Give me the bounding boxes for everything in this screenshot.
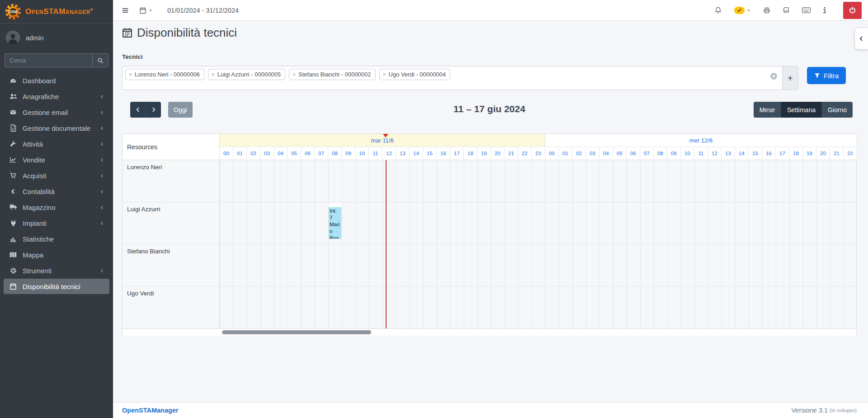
sidebar-item-magazzino[interactable]: Magazzino‹ <box>4 200 109 215</box>
footer-brand-link[interactable]: OpenSTAManager <box>122 407 179 414</box>
technician-multiselect[interactable]: ×Lorenzo Neri - 00000006×Luigi Azzurri -… <box>122 66 782 90</box>
sidebar-item-contabilit[interactable]: €Contabilità‹ <box>4 184 109 199</box>
sidebar-item-gestione-documentale[interactable]: Gestione documentale‹ <box>4 120 109 136</box>
hour-label: 17 <box>450 147 464 160</box>
hour-label: 11 <box>369 147 382 160</box>
sidebar-item-label: Disponibilità tecnici <box>23 283 105 290</box>
hour-label: 01 <box>233 147 247 160</box>
clear-selection-icon[interactable] <box>770 72 778 80</box>
hour-label: 22 <box>844 147 857 160</box>
shortcuts-button[interactable] <box>802 7 811 13</box>
hour-label: 16 <box>762 147 776 160</box>
sidebar-toggle-button[interactable] <box>121 6 129 14</box>
checklist-dropdown-button[interactable] <box>734 7 751 14</box>
docs-button[interactable] <box>783 7 790 14</box>
hour-label: 15 <box>423 147 437 160</box>
hour-label: 12 <box>708 147 722 160</box>
resource-timeline-lane[interactable] <box>220 286 857 328</box>
map-icon <box>7 252 19 258</box>
technician-tag[interactable]: ×Stefano Bianchi - 00000002 <box>289 69 375 80</box>
footer-dev-note: (In sviluppo) <box>830 408 857 413</box>
sidebar-item-disponibilit-tecnici[interactable]: Disponibilità tecnici <box>4 279 109 294</box>
add-technician-button[interactable]: + <box>782 66 798 90</box>
hour-label: 00 <box>220 147 233 160</box>
calendar-toolbar: Oggi 11 – 17 giu 2024 MeseSettimanaGiorn… <box>122 102 857 118</box>
remove-tag-icon[interactable]: × <box>383 71 386 78</box>
sidebar-item-dashboard[interactable]: Dashboard <box>4 73 109 88</box>
euro-icon: € <box>7 188 19 195</box>
print-button[interactable] <box>763 7 770 14</box>
logout-power-button[interactable] <box>843 2 862 19</box>
hour-label: 00 <box>545 147 559 160</box>
envelope-icon <box>7 109 19 115</box>
sidebar-item-vendite[interactable]: Vendite‹ <box>4 152 109 167</box>
brand[interactable]: OSM OpenSTAManager® <box>0 0 113 24</box>
hour-label: 07 <box>640 147 654 160</box>
truck-icon <box>7 204 19 210</box>
chevron-left-icon: ‹ <box>101 266 105 275</box>
hour-label: 11 <box>694 147 708 160</box>
view-button-settimana[interactable]: Settimana <box>781 102 821 118</box>
chart-line-icon <box>7 157 19 163</box>
hour-label: 20 <box>491 147 505 160</box>
wrench-icon <box>7 141 19 147</box>
remove-tag-icon[interactable]: × <box>212 71 215 78</box>
hour-label: 09 <box>342 147 355 160</box>
event-harness <box>329 203 341 207</box>
technician-tag[interactable]: ×Lorenzo Neri - 00000006 <box>125 69 204 80</box>
sidebar-item-gestione-email[interactable]: Gestione email‹ <box>4 104 109 120</box>
period-dropdown[interactable] <box>139 7 153 14</box>
scrollbar-thumb[interactable] <box>222 330 371 334</box>
view-button-giorno[interactable]: Giorno <box>821 102 853 118</box>
hour-label: 13 <box>396 147 410 160</box>
user-panel[interactable]: admin <box>0 24 113 50</box>
remove-tag-icon[interactable]: × <box>129 71 132 78</box>
plug-icon <box>7 220 19 227</box>
resource-timeline-lane[interactable] <box>220 202 857 244</box>
calendar-icon <box>7 283 19 290</box>
hour-label: 08 <box>654 147 667 160</box>
footer-version: Versione 3.1 <box>791 407 828 414</box>
filter-button[interactable]: Filtra <box>807 67 846 84</box>
footer: OpenSTAManager Versione 3.1 (In sviluppo… <box>113 402 868 418</box>
gear-icon <box>7 267 19 274</box>
search-button[interactable] <box>92 53 108 67</box>
info-button[interactable] <box>823 7 826 14</box>
panel-collapse-button[interactable] <box>855 28 868 49</box>
sidebar-item-label: Gestione documentale <box>23 124 101 132</box>
sidebar-item-anagrafiche[interactable]: Anagrafiche‹ <box>4 89 109 104</box>
sidebar-item-label: Attività <box>23 140 101 148</box>
sidebar-item-attivit[interactable]: Attività‹ <box>4 136 109 152</box>
sidebar-item-mappa[interactable]: Mappa <box>4 247 109 262</box>
sidebar-item-label: Contabilità <box>23 188 101 195</box>
page-title: Disponibilità tecnici <box>137 26 237 40</box>
sidebar-item-statistiche[interactable]: Statistiche <box>4 231 109 247</box>
remove-tag-icon[interactable]: × <box>292 71 296 78</box>
search-input[interactable] <box>5 53 92 67</box>
now-indicator-arrow <box>383 134 388 140</box>
hour-label: 05 <box>288 147 301 160</box>
technician-tag[interactable]: ×Ugo Verdi - 00000004 <box>379 69 451 80</box>
technician-select-group: ×Lorenzo Neri - 00000006×Luigi Azzurri -… <box>122 66 798 90</box>
resource-timeline-lane[interactable] <box>220 160 857 202</box>
view-button-mese[interactable]: Mese <box>754 102 781 118</box>
resource-timeline-lane[interactable] <box>220 244 857 286</box>
svg-text:OSM: OSM <box>9 10 18 14</box>
resource-row: Luigi Azzurri <box>123 202 856 244</box>
horizontal-scrollbar[interactable] <box>123 328 856 336</box>
period-date-range[interactable]: 01/01/2024 - 31/12/2024 <box>167 7 239 14</box>
hour-label: 10 <box>681 147 694 160</box>
sidebar-item-strumenti[interactable]: Strumenti‹ <box>4 263 109 278</box>
technician-tag[interactable]: ×Luigi Azzurri - 00000005 <box>208 69 285 80</box>
scheduler-resources-header: Resources <box>123 134 220 160</box>
calendar-event[interactable]: Int. 7 Mario Rossi <box>329 207 341 239</box>
chevron-left-icon: ‹ <box>101 187 105 195</box>
sidebar-item-impianti[interactable]: Impianti‹ <box>4 215 109 231</box>
search-icon <box>97 57 104 64</box>
sidebar-item-acquisti[interactable]: Acquisti‹ <box>4 168 109 183</box>
hour-label: 19 <box>803 147 816 160</box>
openstamanager-app: OSM OpenSTAManager® admin DashboardAnagr… <box>0 0 868 418</box>
notifications-bell-button[interactable] <box>714 6 722 14</box>
users-icon <box>7 93 19 100</box>
hour-label: 22 <box>518 147 532 160</box>
